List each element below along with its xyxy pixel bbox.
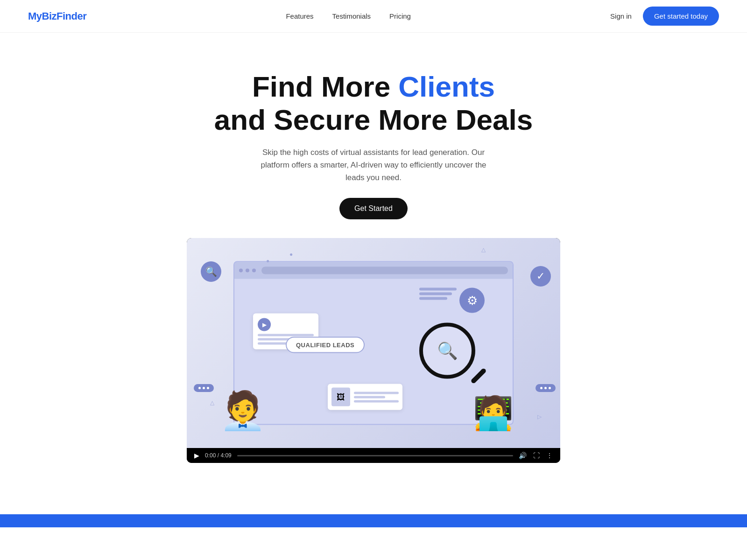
nav-links: Features Testimonials Pricing: [286, 12, 411, 21]
line-3: [419, 297, 447, 300]
more-options-icon[interactable]: ⋮: [546, 452, 553, 459]
deco-triangle-1: △: [481, 246, 486, 253]
play-button[interactable]: ▶: [194, 452, 199, 459]
hero-section: Find More Clients and Secure More Deals …: [0, 33, 747, 486]
qualified-leads-badge: QUALIFIED LEADS: [286, 337, 365, 353]
nav-right: Sign in Get started today: [610, 7, 719, 26]
magnifier-handle: [470, 368, 486, 384]
nav-link-features[interactable]: Features: [286, 12, 313, 20]
nav-link-pricing[interactable]: Pricing: [389, 12, 411, 20]
deco-dot-1: ●: [289, 251, 293, 258]
video-progress-bar[interactable]: [237, 455, 513, 456]
hero-headline-line2: and Secure More Deals: [214, 104, 533, 136]
logo-text-highlight: Finder: [56, 10, 86, 22]
card-line-1: [258, 334, 314, 336]
total-time: 4:09: [220, 452, 231, 459]
bubble-dot-3: [207, 387, 209, 389]
bottom-line-3: [354, 400, 399, 402]
lines-block: [419, 288, 457, 300]
bottom-card-lines: [354, 392, 399, 402]
dot-2: [246, 269, 249, 273]
chat-bubble-left: [194, 384, 214, 392]
bubble-dot-5: [544, 387, 547, 389]
get-started-nav-button[interactable]: Get started today: [643, 7, 719, 26]
bubble-dot-6: [549, 387, 551, 389]
gear-icon: ⚙: [459, 288, 485, 313]
logo[interactable]: MyBizFinder: [28, 10, 86, 22]
deco-triangle-2: △: [210, 399, 214, 406]
search-icon: 🔍: [201, 261, 221, 282]
bubble-dot-1: [198, 387, 201, 389]
navbar: MyBizFinder Features Testimonials Pricin…: [0, 0, 747, 33]
sign-in-button[interactable]: Sign in: [610, 12, 632, 20]
character-left: 🧑‍💼: [219, 392, 266, 429]
video-controls: ▶ 0:00 / 4:09 🔊 ⛶ ⋮: [187, 448, 560, 463]
illustration-screen-top: [234, 262, 513, 279]
character-right: 🧑‍💻: [473, 397, 514, 429]
hero-headline-plain: Find More: [252, 70, 398, 103]
illustration-addressbar: [261, 267, 508, 274]
line-1: [419, 288, 457, 291]
hero-cta-button[interactable]: Get Started: [339, 198, 408, 219]
bottom-line-2: [354, 396, 385, 398]
hero-headline: Find More Clients and Secure More Deals: [9, 70, 738, 137]
logo-text-plain: MyBiz: [28, 10, 56, 22]
line-2: [419, 293, 452, 295]
footer-strip: [0, 514, 747, 527]
video-controls-right: 🔊 ⛶ ⋮: [519, 452, 553, 459]
illustration-bottom-card: 🖼: [328, 384, 402, 410]
video-time: 0:00 / 4:09: [205, 452, 232, 459]
deco-triangle-3: ▷: [537, 413, 542, 420]
nav-link-testimonials[interactable]: Testimonials: [332, 12, 371, 20]
play-icon: ▶: [258, 318, 271, 331]
volume-icon[interactable]: 🔊: [519, 452, 527, 459]
current-time: 0:00: [205, 452, 216, 459]
fullscreen-icon[interactable]: ⛶: [533, 452, 540, 459]
dot-3: [252, 269, 256, 273]
bubble-dot-4: [540, 387, 543, 389]
bottom-line-1: [354, 392, 399, 394]
chat-bubble-right: [536, 384, 556, 392]
bubble-dot-2: [203, 387, 205, 389]
video-player[interactable]: ⚙ ▶ QUALIFIED LEADS: [187, 238, 560, 463]
dot-1: [239, 269, 243, 273]
bottom-card-image: 🖼: [331, 388, 350, 406]
card-line-2: [258, 338, 291, 341]
video-illustration: ⚙ ▶ QUALIFIED LEADS: [187, 238, 560, 448]
magnifier-icon: 🔍: [419, 323, 475, 379]
check-icon: ✓: [530, 266, 551, 287]
illustration-screen: ⚙ ▶ QUALIFIED LEADS: [233, 261, 514, 425]
hero-headline-highlight: Clients: [398, 70, 495, 103]
hero-subtext: Skip the high costs of virtual assistant…: [252, 146, 495, 184]
